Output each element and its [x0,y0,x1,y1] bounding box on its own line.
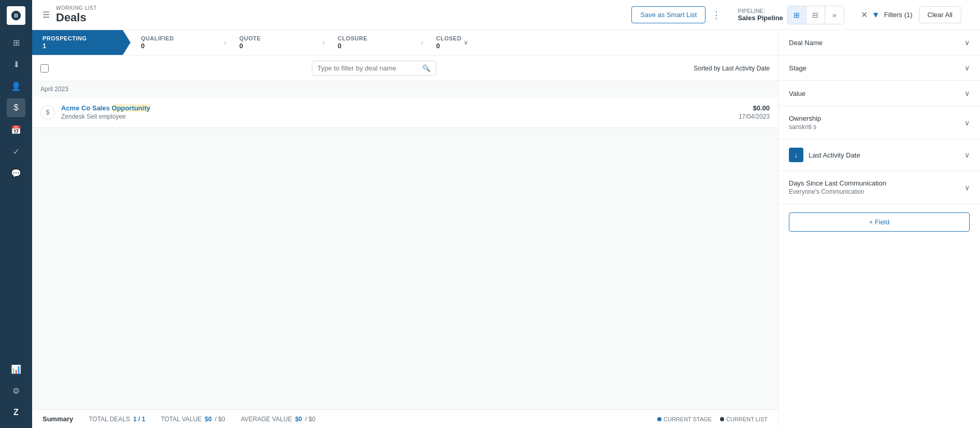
chevron-down-icon: ∨ [964,64,970,72]
deal-info: Acme Co Sales Opportunity Zendesk Sell e… [61,104,739,120]
sort-badge: ↓ [789,148,803,162]
filter-label[interactable]: Filters (1) [884,11,913,19]
sorted-by-label: Sorted by Last Activity Date [694,65,770,72]
view-toggle: ⊞ ⊟ » [787,6,844,24]
select-all-checkbox[interactable] [40,64,49,73]
deal-filter-input[interactable]: 🔍 [312,61,436,76]
content-area: PROSPECTING 1 QUALIFIED 0 › QUOTE 0 [32,30,778,428]
header-actions: Save as Smart List ⋮ PIPELINE: Sales Pip… [631,6,970,24]
stage-quote[interactable]: QUOTE 0 › [229,30,327,55]
deal-list-area: 🔍 Sorted by Last Activity Date April 202… [32,55,778,409]
close-filter-icon[interactable]: ✕ [861,10,868,20]
filter-stage: Stage ∨ [779,55,980,81]
summary-bar: Summary TOTAL DEALS 1 / 1 TOTAL VALUE $0… [32,409,778,428]
filter-deal-name-row[interactable]: Deal Name ∨ [789,38,970,47]
filter-value-row[interactable]: Value ∨ [789,89,970,97]
stage-arrow-icon: › [221,30,229,55]
body-area: PROSPECTING 1 QUALIFIED 0 › QUOTE 0 [32,30,980,428]
filter-last-activity-row[interactable]: ↓ Last Activity Date ∨ [789,148,970,162]
download-icon[interactable]: ⬇ [7,55,25,74]
deal-name: Acme Co Sales Opportunity [61,104,739,112]
closed-chevron-icon: ∨ [464,39,468,46]
search-icon: 🔍 [422,64,430,72]
total-deals-value: 1 / 1 [133,416,145,423]
deal-dollar-icon: $ [40,105,55,120]
stage-prospecting[interactable]: PROSPECTING 1 [32,30,131,55]
view-kanban-button[interactable]: ⊞ [788,6,806,24]
deal-name-filter-input[interactable] [318,64,419,72]
total-value-current: $0 [205,416,211,423]
summary-label: Summary [42,415,73,423]
clear-all-button[interactable]: Clear All [919,6,961,23]
person-icon[interactable]: 👤 [7,77,25,95]
legend-dot-blue [657,417,661,421]
deal-date: 17/04/2023 [739,113,770,120]
deal-owner: Zendesk Sell employee [61,113,739,120]
reports-icon[interactable]: 📊 [7,360,25,378]
avg-value-summary: AVERAGE VALUE $0 / $0 [241,416,315,423]
more-options-icon[interactable]: ⋮ [710,7,723,23]
date-group-label: April 2023 [32,81,778,97]
chat-icon[interactable]: 💬 [7,164,25,182]
settings-icon[interactable]: ⚙ [7,381,25,400]
stage-qualified[interactable]: QUALIFIED 0 › [131,30,229,55]
sidebar: ⊞ ⬇ 👤 $ 📅 ✓ 💬 📊 ⚙ Z [0,0,32,428]
total-deals-summary: TOTAL DEALS 1 / 1 [89,416,145,423]
header: ☰ WORKING LIST Deals Save as Smart List … [32,0,980,30]
view-more-button[interactable]: » [825,6,844,24]
calendar-icon[interactable]: 📅 [7,120,25,139]
right-panel: Deal Name ∨ Stage ∨ Value ∨ [778,30,980,428]
save-smart-list-button[interactable]: Save as Smart List [631,6,705,23]
stage-arrow-icon: › [418,30,426,55]
pipeline-selector: PIPELINE: Sales Pipeline [738,8,783,22]
filter-bar: ✕ ▼ Filters (1) Clear All [853,6,970,23]
chevron-down-icon: ∨ [964,38,970,47]
total-value-summary: TOTAL VALUE $0 / $0 [161,416,225,423]
deals-icon[interactable]: $ [7,98,25,117]
legend-dot-dark [720,417,724,421]
chevron-down-icon: ∨ [964,89,970,97]
stage-arrow-icon: › [320,30,327,55]
legend-current-list: CURRENT LIST [720,416,768,422]
view-list-button[interactable]: ⊟ [806,6,825,24]
chevron-down-icon: ∨ [964,151,970,159]
deal-value-section: $0.00 17/04/2023 [739,104,770,120]
page-title: Deals [56,11,97,24]
pipeline-name: Sales Pipeline [738,14,783,22]
main-area: ☰ WORKING LIST Deals Save as Smart List … [32,0,980,428]
add-field-button[interactable]: + Field [789,212,970,232]
title-section: WORKING LIST Deals [56,5,97,24]
working-list-label: WORKING LIST [56,5,97,11]
stage-closed[interactable]: CLOSED 0 ∨ [426,30,524,55]
menu-icon[interactable]: ☰ [42,10,50,20]
stages-bar: PROSPECTING 1 QUALIFIED 0 › QUOTE 0 [32,30,778,55]
deal-value: $0.00 [739,104,770,112]
deal-card[interactable]: $ Acme Co Sales Opportunity Zendesk Sell… [32,97,778,128]
filter-icon: ▼ [872,10,880,20]
filter-last-activity-date: ↓ Last Activity Date ∨ [779,139,980,171]
filter-ownership-row[interactable]: Ownership sanskriti s ∨ [789,115,970,131]
filter-value: Value ∨ [779,81,980,106]
chevron-down-icon: ∨ [964,183,970,192]
chevron-down-icon: ∨ [964,119,970,127]
stage-closure[interactable]: CLOSURE 0 › [327,30,426,55]
filter-days-since-row[interactable]: Days Since Last Communication Everyone's… [789,179,970,195]
zendesk-logo-icon[interactable]: Z [7,403,25,422]
home-icon[interactable]: ⊞ [7,33,25,52]
filter-stage-row[interactable]: Stage ∨ [789,64,970,72]
filter-days-since-communication: Days Since Last Communication Everyone's… [779,171,980,204]
legend-current-stage: CURRENT STAGE [657,416,712,422]
deal-list-header: 🔍 Sorted by Last Activity Date [32,55,778,81]
filter-ownership: Ownership sanskriti s ∨ [779,106,980,139]
filter-deal-name: Deal Name ∨ [779,30,980,55]
pipeline-label: PIPELINE: [738,8,783,14]
tasks-icon[interactable]: ✓ [7,142,25,161]
legend: CURRENT STAGE CURRENT LIST [657,416,768,422]
avg-value-current: $0 [295,416,302,423]
sidebar-logo[interactable] [7,6,25,25]
